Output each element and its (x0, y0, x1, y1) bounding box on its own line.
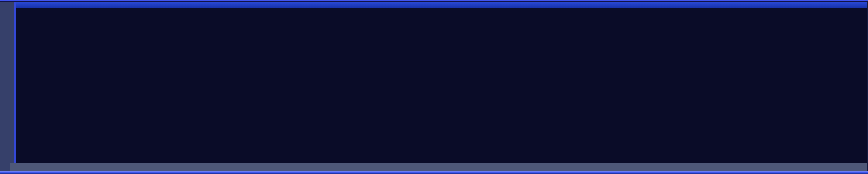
app-window (0, 0, 868, 174)
bottom-window-edge (0, 171, 868, 174)
title-bar[interactable] (16, 2, 867, 8)
time-ruler[interactable] (10, 163, 867, 171)
spectrogram-canvas[interactable] (16, 8, 867, 163)
